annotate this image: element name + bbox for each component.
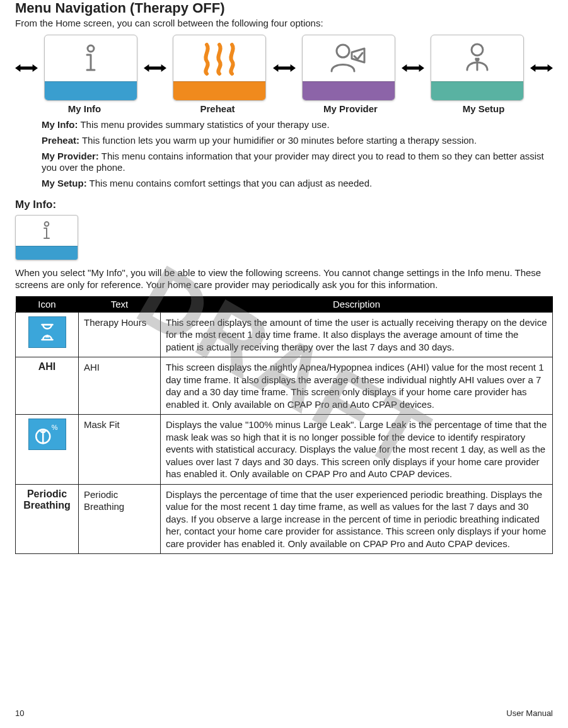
svg-marker-5	[402, 64, 424, 72]
table-row: % Mask Fit Displays the value "100% minu…	[16, 415, 553, 485]
my-info-table: Icon Text Description Therapy Hours This…	[15, 296, 553, 555]
svg-point-8	[45, 222, 49, 226]
scroll-arrow-icon	[273, 62, 296, 74]
row-text: AHI	[79, 357, 161, 415]
row-desc: Displays the value "100% minus Large Lea…	[161, 415, 553, 485]
svg-marker-0	[15, 64, 38, 72]
home-options-row	[15, 35, 553, 101]
svg-point-1	[88, 45, 94, 52]
col-icon: Icon	[16, 296, 79, 313]
bullet-term: Preheat:	[42, 135, 79, 146]
periodic-breathing-icon: Periodic Breathing	[18, 488, 76, 512]
svg-marker-2	[144, 64, 166, 72]
footer-title: User Manual	[506, 708, 553, 718]
my-setup-tile	[431, 35, 524, 101]
my-info-label: My Info	[38, 103, 131, 114]
svg-point-6	[472, 44, 483, 55]
my-info-note: When you select "My Info", you will be a…	[15, 267, 553, 291]
row-text: Therapy Hours	[79, 312, 161, 357]
preheat-icon	[173, 35, 265, 81]
svg-point-4	[337, 45, 349, 57]
row-text: Periodic Breathing	[79, 484, 161, 554]
bullet-body: This function lets you warm up your humi…	[79, 135, 477, 146]
bullet-term: My Setup:	[42, 178, 87, 188]
table-row: Therapy Hours This screen displays the a…	[16, 312, 553, 357]
col-text: Text	[79, 296, 161, 313]
my-provider-tile	[302, 35, 395, 101]
bullet-body: This menu contains comfort settings that…	[87, 178, 372, 188]
bullet-body: This menu contains information that your…	[42, 151, 544, 173]
ahi-icon: AHI	[18, 361, 76, 373]
row-desc: This screen displays the nightly Apnea/H…	[161, 357, 553, 415]
scroll-arrow-icon	[15, 62, 38, 74]
scroll-arrow-icon	[144, 62, 166, 74]
row-desc: This screen displays the amount of time …	[161, 312, 553, 357]
home-options-labels: My Info Preheat My Provider My Setup	[15, 103, 553, 114]
bullet-body: This menu provides summary statistics of…	[78, 119, 330, 130]
row-desc: Displays the percentage of time that the…	[161, 484, 553, 554]
table-row: AHI AHI This screen displays the nightly…	[16, 357, 553, 415]
info-icon	[16, 216, 78, 246]
bullet-term: My Provider:	[42, 151, 99, 161]
preheat-tile	[173, 35, 266, 101]
info-icon	[45, 35, 137, 81]
col-desc: Description	[161, 296, 553, 313]
table-row: Periodic Breathing Periodic Breathing Di…	[16, 484, 553, 554]
my-info-tile-small	[15, 215, 78, 260]
svg-marker-7	[530, 64, 553, 72]
intro-text: From the Home screen, you can scroll bet…	[15, 18, 553, 28]
page-footer: 10 User Manual	[15, 708, 553, 718]
scroll-arrow-icon	[530, 62, 553, 74]
svg-text:%: %	[51, 424, 57, 431]
hourglass-icon	[28, 316, 66, 348]
provider-icon	[303, 35, 395, 81]
my-info-heading: My Info:	[15, 199, 553, 211]
page-title: Menu Navigation (Therapy OFF)	[15, 0, 553, 16]
svg-marker-3	[273, 64, 296, 72]
page-number: 10	[15, 708, 24, 718]
preheat-label: Preheat	[171, 103, 264, 114]
my-setup-label: My Setup	[437, 103, 530, 114]
scroll-arrow-icon	[402, 62, 424, 74]
bullet-term: My Info:	[42, 119, 78, 130]
option-descriptions: My Info: This menu provides summary stat…	[15, 119, 553, 190]
my-info-tile	[44, 35, 137, 101]
setup-icon	[431, 35, 523, 81]
mask-fit-icon: %	[28, 419, 66, 450]
row-text: Mask Fit	[79, 415, 161, 485]
my-provider-label: My Provider	[304, 103, 397, 114]
